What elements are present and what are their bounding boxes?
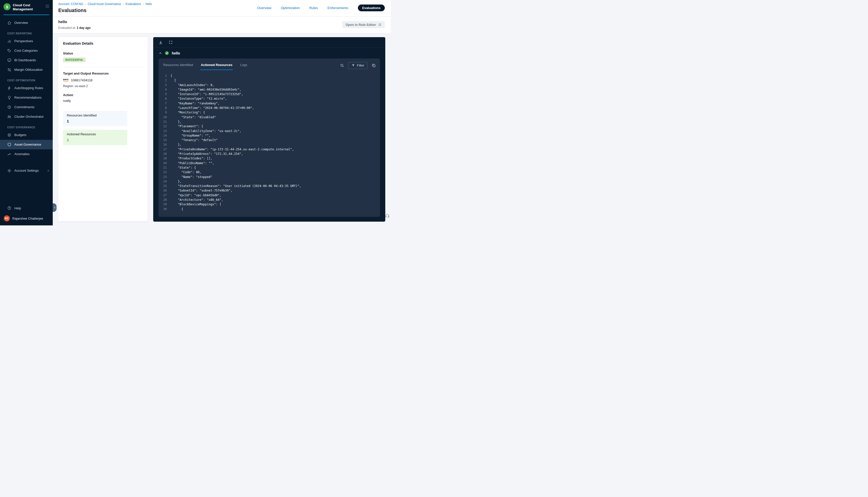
sidebar-item-label: Perspectives — [14, 39, 33, 43]
tab-actioned-resources[interactable]: Actioned Resources — [200, 61, 233, 70]
nav-optimization[interactable]: Optimization — [281, 6, 299, 10]
sidebar-section-cost-governance: COST GOVERNANCE — [0, 122, 53, 130]
breadcrumb-asset-governance[interactable]: Cloud Asset Governance — [88, 2, 121, 6]
sidebar-item-margin-obfuscation[interactable]: Margin Obfuscation — [0, 65, 53, 74]
breadcrumb-separator-icon: › — [85, 2, 86, 5]
tab-logs[interactable]: Logs — [240, 61, 248, 70]
tab-resources-identified[interactable]: Resources Identified — [163, 61, 194, 70]
trend-spike-icon — [7, 152, 11, 156]
question-circle-icon — [7, 206, 11, 210]
user-group-icon — [7, 115, 11, 119]
sidebar-item-label: Cost Categories — [14, 49, 38, 53]
sidebar-item-cluster-orchestrator[interactable]: Cluster Orchestrator — [0, 112, 53, 122]
code-line-numbers: 1 2 3 4 5 6 7 8 9 10 11 12 13 14 15 16 1… — [158, 73, 170, 215]
breadcrumb-separator-icon: › — [143, 2, 144, 5]
lightning-icon — [7, 86, 11, 90]
sidebar-item-account-settings[interactable]: Account Settings — [0, 166, 53, 175]
result-card: Resources Identified Actioned Resources … — [158, 58, 380, 217]
apps-grid-icon[interactable] — [45, 4, 49, 8]
download-icon[interactable] — [159, 40, 163, 44]
search-icon[interactable] — [340, 63, 344, 68]
actioned-resources-stat: Actioned Resources 1 — [63, 130, 127, 145]
sidebar-collapse-handle[interactable] — [53, 203, 56, 212]
stat-value: 1 — [67, 138, 124, 142]
nav-overview[interactable]: Overview — [257, 6, 271, 10]
json-viewer: 1 2 3 4 5 6 7 8 9 10 11 12 13 14 15 16 1… — [158, 70, 380, 217]
action-value: notify — [63, 99, 143, 103]
app-title: Cloud Cost Management — [13, 3, 43, 11]
sidebar-section-cost-reporting: COST REPORTING — [0, 28, 53, 37]
chevron-left-icon — [54, 206, 56, 209]
sidebar-item-label: Margin Obfuscation — [14, 68, 43, 72]
evaluated-at: Evaluated at: 1 day ago — [58, 26, 91, 30]
lightbulb-icon — [7, 96, 11, 100]
evaluated-at-value: 1 day ago — [76, 26, 90, 30]
bar-chart-icon — [7, 39, 11, 43]
headset-support-icon[interactable] — [385, 213, 390, 218]
clock-icon — [7, 105, 11, 109]
evaluation-result-title: hello — [172, 51, 180, 55]
sidebar-item-label: Asset Governance — [14, 143, 41, 146]
gear-icon — [7, 169, 11, 173]
sidebar-item-bi-dashboards[interactable]: BI Dashboards — [0, 56, 53, 65]
main-area: Account: CCM-NG › Cloud Asset Governance… — [53, 0, 391, 225]
evaluation-output-panel: hello Resources Identified Actioned Reso… — [153, 37, 385, 222]
dashboard-monitor-icon — [7, 58, 11, 62]
evaluation-result-header: hello — [153, 48, 385, 58]
sidebar-section-cost-optimization: COST OPTIMIZATION — [0, 74, 53, 83]
sidebar: $ Cloud Cost Management Overview COST RE… — [0, 0, 53, 225]
evaluation-subheader: hello Evaluated at: 1 day ago Open in Ru… — [53, 17, 391, 33]
nav-evaluations-active[interactable]: Evaluations — [358, 4, 385, 11]
sidebar-item-asset-governance[interactable]: Asset Governance — [0, 140, 53, 150]
aws-account-id: 108817434118 — [71, 78, 93, 82]
region-text: Region: us-east-2 — [63, 84, 143, 88]
chevron-up-icon[interactable] — [159, 52, 162, 55]
module-nav: Overview Optimization Rules Enforcements… — [257, 4, 385, 11]
user-name: Rajarshee Chatterjee — [12, 217, 43, 221]
divider — [63, 67, 143, 67]
breadcrumb-account[interactable]: Account: CCM-NG — [58, 2, 83, 6]
sidebar-item-cost-categories[interactable]: Cost Categories — [0, 46, 53, 56]
sidebar-item-anomalies[interactable]: Anomalies — [0, 150, 53, 159]
user-menu[interactable]: RC Rajarshee Chatterjee — [0, 213, 53, 223]
sidebar-item-perspectives[interactable]: Perspectives — [0, 37, 53, 46]
sidebar-item-autostopping-rules[interactable]: AutoStopping Rules — [0, 83, 53, 93]
sidebar-item-budgets[interactable]: Budgets — [0, 130, 53, 140]
stat-label: Resources Identified — [67, 113, 124, 117]
open-rule-editor-label: Open in Rule Editor — [346, 23, 376, 27]
aws-logo-icon: aws — [63, 78, 69, 82]
breadcrumb-evaluations[interactable]: Evaluations — [125, 2, 141, 6]
sidebar-footer: Help RC Rajarshee Chatterjee — [0, 203, 53, 225]
sidebar-item-label: Anomalies — [14, 152, 30, 156]
sidebar-item-label: BI Dashboards — [14, 58, 36, 62]
open-rule-editor-button[interactable]: Open in Rule Editor — [342, 21, 385, 28]
stat-label: Actioned Resources — [67, 132, 124, 136]
filter-button[interactable]: Filter — [348, 62, 368, 69]
chevron-right-icon — [47, 169, 50, 172]
fullscreen-icon[interactable] — [169, 40, 172, 44]
sidebar-item-help[interactable]: Help — [0, 203, 53, 213]
nav-enforcements[interactable]: Enforcements — [327, 6, 348, 10]
sidebar-item-label: Commitments — [14, 105, 34, 109]
sidebar-item-commitments[interactable]: Commitments — [0, 102, 53, 112]
page-title: Evaluations — [58, 8, 152, 13]
evaluation-details-card: Evaluation Details Status SUCCESSFUL Tar… — [58, 37, 148, 222]
tag-icon — [7, 49, 11, 53]
ccm-logo: $ — [3, 3, 11, 10]
sidebar-item-label: Budgets — [14, 133, 26, 137]
percent-icon — [7, 68, 11, 72]
shield-icon — [7, 143, 11, 146]
stat-value: 1 — [67, 119, 124, 123]
breadcrumb: Account: CCM-NG › Cloud Asset Governance… — [58, 2, 152, 6]
sidebar-item-overview[interactable]: Overview — [0, 18, 53, 28]
sidebar-item-recommendations[interactable]: Recommendations — [0, 93, 53, 102]
sidebar-item-label: AutoStopping Rules — [14, 86, 43, 90]
status-badge: SUCCESSFUL — [63, 57, 86, 62]
avatar: RC — [4, 215, 10, 222]
evaluation-name: hello — [58, 19, 91, 24]
breadcrumb-separator-icon: › — [123, 2, 124, 5]
breadcrumb-current: hello — [145, 2, 152, 6]
copy-icon[interactable] — [372, 63, 376, 68]
nav-rules[interactable]: Rules — [309, 6, 318, 10]
result-tabs: Resources Identified Actioned Resources … — [163, 61, 248, 70]
